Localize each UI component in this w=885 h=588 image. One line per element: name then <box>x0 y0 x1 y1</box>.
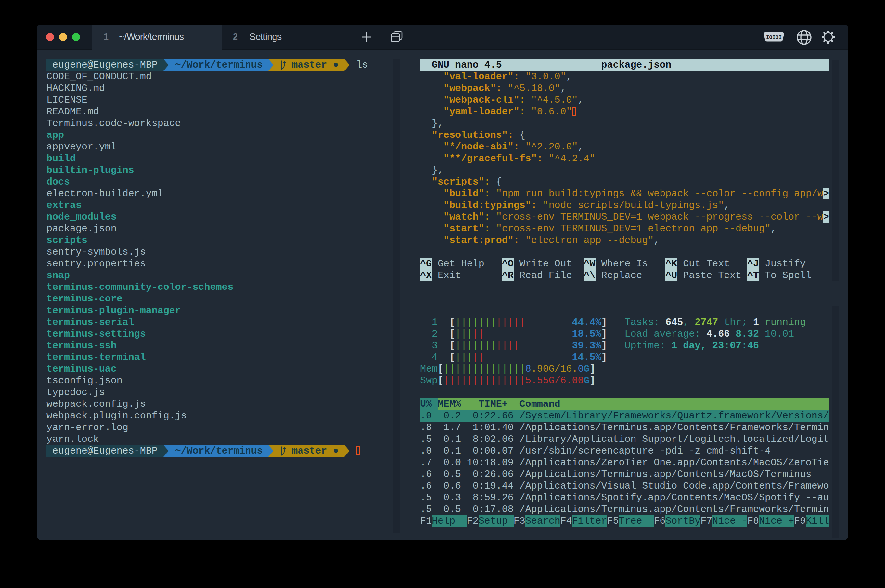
svg-text:IOIOI: IOIOI <box>766 35 782 40</box>
